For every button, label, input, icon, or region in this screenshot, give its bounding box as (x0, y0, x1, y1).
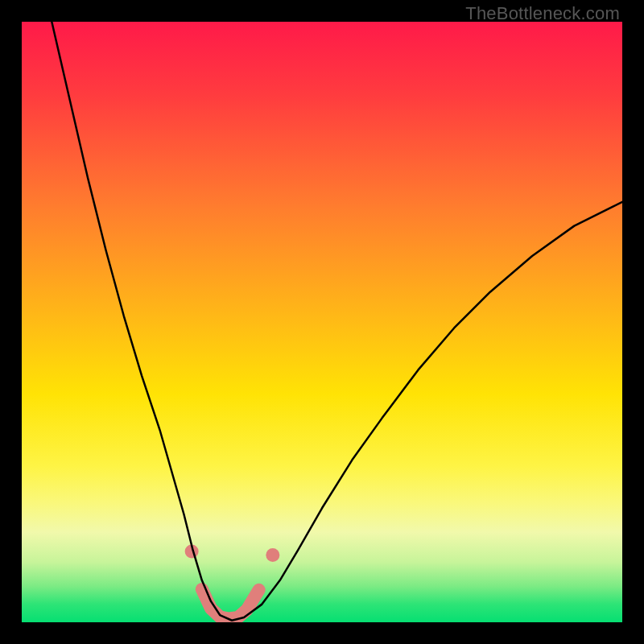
bottom-accent-path (202, 589, 259, 619)
chart-svg-layer (22, 22, 622, 622)
chart-outer-frame: TheBottleneck.com (0, 0, 644, 644)
watermark-label: TheBottleneck.com (465, 3, 620, 24)
chart-plot-area (22, 22, 622, 622)
accent-dots (266, 548, 279, 562)
bottleneck-curve (52, 22, 622, 621)
